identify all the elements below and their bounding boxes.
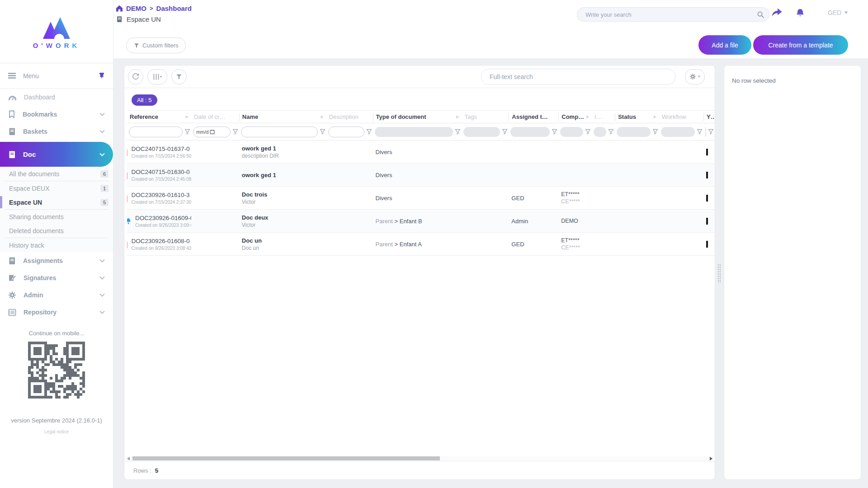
date-cell [191, 187, 239, 209]
breadcrumb: DEMO > Dashboard Espace UN [116, 5, 192, 23]
sidebar-item-signatures[interactable]: Signatures [0, 269, 113, 286]
column-filter-input[interactable] [129, 127, 183, 137]
sort-arrow-icon[interactable]: ▶ [456, 115, 460, 119]
filter-funnel-icon[interactable] [552, 129, 557, 135]
date-filter-input[interactable]: mm/d [193, 127, 231, 137]
sort-arrow-icon[interactable]: ▶ [321, 115, 325, 119]
column-header[interactable]: Status▶ [615, 113, 659, 121]
column-header[interactable]: Reference▶ [127, 113, 191, 121]
column-header[interactable]: Date of cr… [191, 113, 239, 121]
breadcrumb-root[interactable]: DEMO [126, 5, 146, 12]
extra-cell [592, 141, 615, 163]
sidebar-item-repository[interactable]: Repository [0, 304, 113, 321]
column-filter-select[interactable] [560, 127, 583, 137]
sort-arrow-icon[interactable]: ▶ [186, 115, 189, 119]
panel-resize-handle[interactable] [717, 264, 721, 283]
column-filter-select[interactable] [375, 127, 453, 137]
sidebar-subitem-deleted-documents[interactable]: Deleted documents [0, 224, 113, 238]
column-header[interactable]: I… [592, 113, 615, 121]
column-header[interactable]: Tags [462, 113, 509, 121]
sidebar-item-bookmarks[interactable]: Bookmarks [0, 106, 113, 123]
filter-funnel-icon[interactable] [652, 129, 658, 135]
home-icon[interactable] [116, 5, 123, 12]
clipped-text-fragment [706, 172, 708, 178]
sidebar-subitem-espace-deux[interactable]: Espace DEUX1 [0, 181, 113, 195]
grid-filter-button[interactable] [171, 69, 187, 84]
add-file-button[interactable]: Add a file [698, 35, 751, 55]
sidebar-item-assignments[interactable]: Assignments [0, 252, 113, 269]
pin-icon[interactable] [99, 72, 105, 80]
app-window: O'WORK Menu Dashboard [0, 0, 868, 488]
fulltext-search[interactable] [481, 69, 675, 85]
custom-filters-button[interactable]: Custom filters [126, 38, 186, 53]
global-search-input[interactable] [585, 11, 757, 19]
caret-down-icon [698, 75, 701, 78]
fulltext-search-input[interactable] [489, 73, 668, 81]
share-button[interactable] [771, 8, 783, 18]
global-search[interactable] [577, 7, 769, 22]
sidebar-subitem-sharing-documents[interactable]: Sharing documents [0, 210, 113, 224]
refresh-button[interactable] [128, 69, 143, 84]
filter-funnel-icon[interactable] [184, 129, 190, 135]
column-header[interactable]: Workflow [659, 113, 703, 121]
filter-funnel-icon[interactable] [708, 129, 714, 135]
column-header[interactable]: Y… [703, 113, 715, 121]
filter-funnel-icon[interactable] [585, 129, 591, 135]
filter-funnel-icon[interactable] [502, 129, 508, 135]
book-icon [8, 150, 16, 159]
scroll-left-arrow-icon[interactable] [127, 457, 130, 460]
column-filter-select[interactable] [463, 127, 500, 137]
sidebar-item-admin[interactable]: Admin [0, 286, 113, 304]
columns-button[interactable] [147, 69, 167, 84]
scroll-right-arrow-icon[interactable] [710, 457, 712, 460]
column-header[interactable]: Type of document▶ [373, 113, 462, 121]
company-value: DEMO [561, 218, 589, 224]
sort-arrow-icon[interactable]: ▶ [654, 115, 657, 119]
filter-funnel-icon[interactable] [455, 129, 461, 135]
sidebar-item-dashboard[interactable]: Dashboard [0, 89, 113, 106]
column-header[interactable]: Description [326, 113, 373, 121]
filter-funnel-icon[interactable] [697, 129, 703, 135]
sidebar-subitem-history-track[interactable]: History track [0, 238, 113, 252]
status-cell [615, 187, 659, 209]
column-header[interactable]: Comp…▶ [558, 113, 592, 121]
column-filter-select[interactable] [661, 127, 695, 137]
y-cell [703, 210, 715, 232]
menu-toggle[interactable]: Menu [0, 63, 113, 89]
grid-settings-button[interactable] [685, 69, 705, 84]
column-filter-select[interactable] [617, 127, 651, 137]
document-reference: DOC240715-01637-0 [131, 145, 191, 152]
legal-notice-link[interactable]: Legal notice [0, 429, 113, 434]
sidebar-item-doc[interactable]: Doc [0, 142, 113, 167]
filter-funnel-icon[interactable] [232, 129, 238, 135]
search-icon[interactable] [757, 11, 764, 19]
breadcrumb-current[interactable]: Dashboard [156, 5, 192, 12]
sidebar-item-baskets[interactable]: Baskets [0, 123, 113, 140]
sort-arrow-icon[interactable]: ▶ [586, 115, 590, 119]
all-count-badge[interactable]: All : 5 [132, 94, 157, 106]
column-filter-input[interactable] [328, 127, 364, 137]
reference-cell: DOC240715-01630-0Created on 7/15/2024 2:… [127, 164, 191, 186]
column-filter-input[interactable] [241, 127, 318, 137]
sidebar-subitem-espace-un[interactable]: Espace UN5 [0, 195, 113, 209]
column-filter-select[interactable] [705, 127, 706, 137]
table-row[interactable]: DOC230926-01608-0Created on 9/26/2023 3:… [127, 233, 715, 256]
filter-funnel-icon[interactable] [608, 129, 614, 135]
table-row[interactable]: DOC240715-01637-0Created on 7/15/2024 2:… [127, 141, 715, 164]
scrollbar-thumb[interactable] [132, 456, 440, 460]
filter-funnel-icon[interactable] [320, 129, 326, 135]
table-row[interactable]: DOC230926-01610-3Created on 7/15/2024 2:… [127, 187, 715, 210]
table-row[interactable]: DOC240715-01630-0Created on 7/15/2024 2:… [127, 164, 715, 187]
column-filter-select[interactable] [594, 127, 606, 137]
document-name: Doc trois [242, 191, 324, 198]
notifications-button[interactable] [795, 8, 806, 19]
sidebar-subitem-all-the-documents[interactable]: All the documents6 [0, 167, 113, 181]
table-row[interactable]: wDOC230926-01609-0Created on 9/26/2023 3… [127, 210, 715, 233]
user-menu[interactable]: GED [828, 9, 848, 16]
column-filter-select[interactable] [510, 127, 550, 137]
filter-funnel-icon[interactable] [366, 129, 372, 135]
column-header[interactable]: Assigned t… [509, 113, 558, 121]
create-from-template-button[interactable]: Create from a template [753, 35, 848, 55]
horizontal-scrollbar[interactable] [125, 456, 714, 461]
column-header[interactable]: Name▶ [239, 113, 326, 121]
